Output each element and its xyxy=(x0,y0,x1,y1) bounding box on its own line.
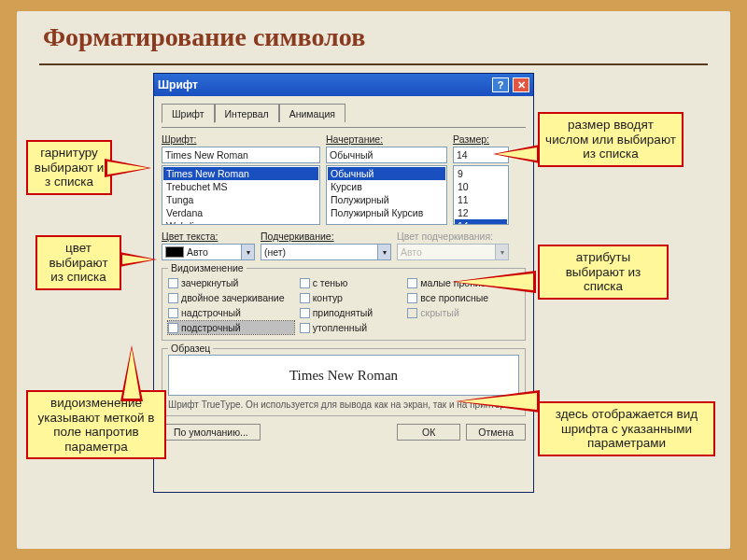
callout-effects: видоизменение указывают меткой в поле на… xyxy=(26,390,166,459)
font-option[interactable]: Times New Roman xyxy=(163,167,318,180)
callout-pointer xyxy=(456,390,540,413)
tab-spacing[interactable]: Интервал xyxy=(215,104,279,122)
size-list[interactable]: 9 10 11 12 14 xyxy=(453,165,509,225)
divider xyxy=(39,63,708,65)
callout-preview: здесь отображается вид шрифта с указанны… xyxy=(538,401,715,456)
underline-combo[interactable]: (нет) ▾ xyxy=(261,244,391,260)
close-button[interactable]: ✕ xyxy=(513,77,529,92)
callout-pointer xyxy=(120,345,143,401)
style-option[interactable]: Полужирный xyxy=(328,193,445,206)
preview-legend: Образец xyxy=(168,343,213,354)
style-option[interactable]: Обычный xyxy=(328,167,445,180)
style-input[interactable]: Обычный xyxy=(326,147,447,163)
ul-color-label: Цвет подчеркивания: xyxy=(397,231,509,242)
style-option[interactable]: Курсив xyxy=(328,180,445,193)
font-option[interactable]: Tunga xyxy=(163,193,318,206)
chevron-down-icon[interactable]: ▾ xyxy=(377,245,390,259)
underline-label: Подчеркивание: xyxy=(261,231,391,242)
font-option[interactable]: Trebuchet MS xyxy=(163,180,318,193)
size-option[interactable]: 10 xyxy=(455,180,507,193)
ok-button[interactable]: ОК xyxy=(397,424,460,441)
size-option[interactable]: 12 xyxy=(455,206,507,219)
callout-pointer xyxy=(493,145,540,163)
dialog-title: Шрифт xyxy=(158,78,488,91)
size-option[interactable]: 14 xyxy=(455,219,507,225)
chk-engrave[interactable]: утопленный xyxy=(300,321,402,334)
style-list[interactable]: Обычный Курсив Полужирный Полужирный Кур… xyxy=(326,165,447,225)
tab-strip: Шрифт Интервал Анимация xyxy=(162,104,526,122)
titlebar: Шрифт ? ✕ xyxy=(154,74,533,96)
chk-emboss[interactable]: приподнятый xyxy=(300,306,402,319)
font-option[interactable]: Verdana xyxy=(163,206,318,219)
size-option[interactable]: 9 xyxy=(455,167,507,180)
chk-double-strike[interactable]: двойное зачеркивание xyxy=(168,291,294,304)
chevron-down-icon: ▾ xyxy=(495,245,508,259)
tab-font[interactable]: Шрифт xyxy=(162,104,215,123)
chk-superscript[interactable]: надстрочный xyxy=(168,306,294,319)
chk-hidden[interactable]: скрытый xyxy=(407,306,519,319)
color-label: Цвет текста: xyxy=(162,231,255,242)
tab-underline xyxy=(162,127,526,128)
callout-pointer xyxy=(120,252,157,267)
ul-color-combo: Авто ▾ xyxy=(397,244,509,260)
color-combo[interactable]: Авто ▾ xyxy=(162,244,255,260)
ul-color-value: Авто xyxy=(398,245,495,259)
size-label: Размер: xyxy=(453,133,509,145)
font-input[interactable]: Times New Roman xyxy=(162,147,320,163)
chk-strikethrough[interactable]: зачеркнутый xyxy=(168,276,294,289)
default-button[interactable]: По умолчанию... xyxy=(162,424,261,441)
callout-pointer xyxy=(452,271,536,293)
effects-legend: Видоизменение xyxy=(168,262,247,273)
chevron-down-icon[interactable]: ▾ xyxy=(241,245,254,259)
underline-value: (нет) xyxy=(261,245,377,259)
size-option[interactable]: 11 xyxy=(455,193,507,206)
chk-outline[interactable]: контур xyxy=(300,291,402,304)
chk-allcaps[interactable]: все прописные xyxy=(407,291,519,304)
callout-size: размер вводят числом или выбирают из спи… xyxy=(538,112,684,167)
style-option[interactable]: Полужирный Курсив xyxy=(328,206,445,219)
font-list[interactable]: Times New Roman Trebuchet MS Tunga Verda… xyxy=(162,165,320,225)
slide-title: Форматирование символов xyxy=(43,22,365,52)
cancel-button[interactable]: Отмена xyxy=(466,424,526,441)
button-row: По умолчанию... ОК Отмена xyxy=(162,424,526,441)
font-label: Шрифт: xyxy=(162,133,320,145)
chk-shadow[interactable]: с тенью xyxy=(300,276,402,289)
callout-garniture: гарнитуру выбирают и з списка xyxy=(26,140,112,195)
color-value: Авто xyxy=(187,246,208,258)
color-swatch xyxy=(165,246,184,258)
callout-pointer xyxy=(105,159,151,177)
font-option[interactable]: Webdings xyxy=(163,219,318,225)
help-button[interactable]: ? xyxy=(492,77,509,92)
callout-color: цвет выбирают из списка xyxy=(35,235,121,290)
tab-animation[interactable]: Анимация xyxy=(279,104,345,122)
style-label: Начертание: xyxy=(326,133,447,145)
callout-attr: атрибуты выбирают из списка xyxy=(538,245,669,300)
chk-subscript[interactable]: подстрочный xyxy=(168,321,294,334)
